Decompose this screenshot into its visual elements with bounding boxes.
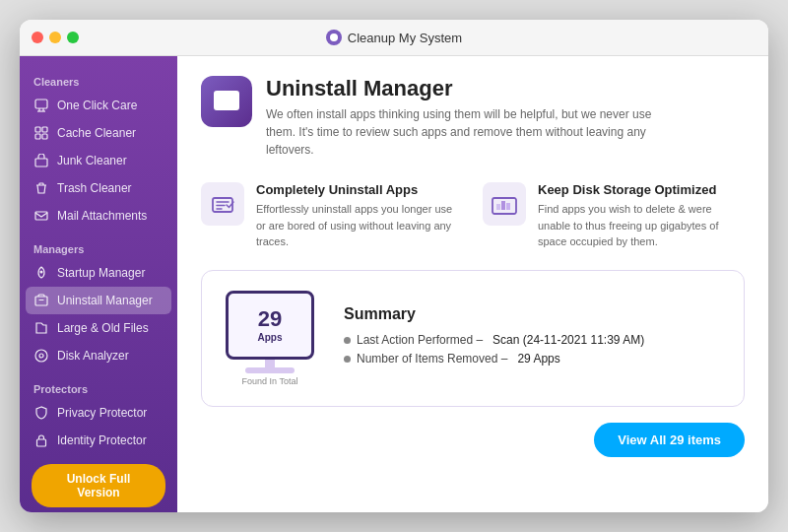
trash-icon <box>33 180 49 196</box>
svg-rect-9 <box>35 159 47 166</box>
monitor-base <box>245 367 295 373</box>
summary-dot-2 <box>344 356 351 363</box>
sidebar-item-disk-analyzer[interactable]: Disk Analyzer <box>20 342 177 369</box>
titlebar: Cleanup My System <box>20 20 768 56</box>
traffic-lights <box>32 32 79 43</box>
sidebar-item-uninstall-manager[interactable]: Uninstall Manager <box>26 287 171 314</box>
files-icon <box>33 320 49 336</box>
summary-row-2-label: Number of Items Removed – <box>357 352 507 366</box>
view-all-button[interactable]: View All 29 items <box>594 423 745 457</box>
summary-info: Summary Last Action Performed – Scan (24… <box>344 305 644 370</box>
mail-icon <box>33 208 49 224</box>
page-header-text: Uninstall Manager We often install apps … <box>266 76 680 159</box>
feature-card-text-1: Completely Uninstall Apps Effortlessly u… <box>256 182 463 250</box>
feature-icon-1 <box>201 182 244 226</box>
grid-icon <box>33 125 49 141</box>
svg-point-11 <box>40 271 43 274</box>
feature-card-text-2: Keep Disk Storage Optimized Find apps yo… <box>538 182 745 250</box>
sidebar-item-one-click-care[interactable]: One Click Care <box>20 92 177 119</box>
minimize-button[interactable] <box>49 32 61 43</box>
page-icon <box>201 76 252 127</box>
page-header: Uninstall Manager We often install apps … <box>201 76 745 159</box>
close-button[interactable] <box>32 32 43 43</box>
feature-icon-2 <box>483 182 526 226</box>
sidebar: Cleaners One Click Care Cache Cleaner Ju… <box>20 56 177 512</box>
app-body: Cleaners One Click Care Cache Cleaner Ju… <box>20 56 768 512</box>
sidebar-item-cache-cleaner[interactable]: Cache Cleaner <box>20 119 177 147</box>
protectors-section-label: Protectors <box>20 377 177 399</box>
page-description: We often install apps thinking using the… <box>266 105 680 159</box>
disk-icon <box>33 348 49 364</box>
app-window: Cleanup My System Cleaners One Click Car… <box>20 20 768 512</box>
summary-card: 29 Apps Found In Total Summary Last Acti… <box>201 270 745 407</box>
svg-rect-16 <box>37 439 46 446</box>
svg-rect-12 <box>35 297 47 305</box>
maximize-button[interactable] <box>67 32 79 43</box>
sidebar-item-privacy-protector[interactable]: Privacy Protector <box>20 399 177 427</box>
app-count: 29 <box>258 306 282 332</box>
uninstall-icon <box>33 293 49 308</box>
lock-icon <box>33 432 49 448</box>
sidebar-item-startup-manager[interactable]: Startup Manager <box>20 259 177 287</box>
cleaners-section-label: Cleaners <box>20 70 177 92</box>
svg-rect-6 <box>42 127 47 132</box>
feature-card-1: Completely Uninstall Apps Effortlessly u… <box>201 182 463 250</box>
summary-row-1-label: Last Action Performed – <box>357 333 483 347</box>
summary-dot-1 <box>344 337 351 344</box>
sidebar-item-large-old-files[interactable]: Large & Old Files <box>20 314 177 342</box>
app-icon <box>326 30 342 45</box>
package-icon <box>33 153 49 168</box>
features-row: Completely Uninstall Apps Effortlessly u… <box>201 182 745 250</box>
monitor-neck <box>265 360 275 367</box>
sidebar-item-mail-attachments[interactable]: Mail Attachments <box>20 202 177 230</box>
app-count-sub: Found In Total <box>242 376 298 386</box>
managers-section-label: Managers <box>20 237 177 259</box>
sidebar-item-identity-protector[interactable]: Identity Protector <box>20 427 177 454</box>
svg-point-14 <box>35 350 47 362</box>
svg-rect-10 <box>35 212 47 220</box>
svg-rect-8 <box>42 134 47 139</box>
summary-row-1-value: Scan (24-11-2021 11:39 AM) <box>492 333 644 347</box>
svg-point-15 <box>39 354 43 358</box>
summary-row-2-value: 29 Apps <box>517 352 559 366</box>
sidebar-item-trash-cleaner[interactable]: Trash Cleaner <box>20 174 177 202</box>
monitor-screen: 29 Apps <box>226 291 314 360</box>
svg-point-0 <box>330 33 338 41</box>
rocket-icon <box>33 265 49 281</box>
svg-rect-1 <box>35 100 47 108</box>
main-content: Uninstall Manager We often install apps … <box>177 56 768 512</box>
app-count-label: Apps <box>258 332 283 343</box>
feature-card-2: Keep Disk Storage Optimized Find apps yo… <box>483 182 745 250</box>
monitor-icon <box>33 98 49 113</box>
page-title: Uninstall Manager <box>266 76 680 101</box>
summary-monitor: 29 Apps Found In Total <box>226 291 314 386</box>
svg-rect-5 <box>35 127 40 132</box>
summary-title: Summary <box>344 305 644 323</box>
svg-rect-7 <box>35 134 40 139</box>
action-row: View All 29 items <box>201 423 745 457</box>
unlock-full-version-button[interactable]: Unlock Full Version <box>32 464 165 507</box>
summary-row-1: Last Action Performed – Scan (24-11-2021… <box>344 333 644 347</box>
titlebar-title: Cleanup My System <box>326 30 462 45</box>
summary-row-2: Number of Items Removed – 29 Apps <box>344 352 644 366</box>
sidebar-footer: Unlock Full Version <box>20 454 177 512</box>
shield-icon <box>33 405 49 421</box>
sidebar-item-junk-cleaner[interactable]: Junk Cleaner <box>20 147 177 174</box>
